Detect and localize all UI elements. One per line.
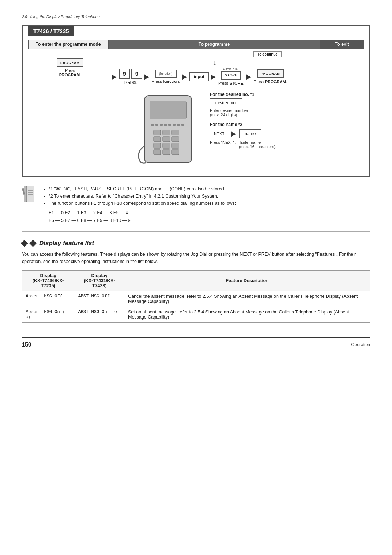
enter-desired-label: Enter desired number (max. 24 digits). bbox=[210, 108, 364, 117]
auto-dial-label: AUTO DIAL bbox=[223, 68, 240, 71]
arrow-1: ▶ bbox=[112, 73, 117, 80]
row2-col1: Absent MSG On (1-9) bbox=[22, 307, 74, 322]
svg-rect-21 bbox=[172, 150, 179, 155]
svg-rect-11 bbox=[163, 130, 170, 135]
name-arrow: ▶ bbox=[231, 130, 236, 137]
section-heading: Display feature list bbox=[22, 240, 370, 247]
nine-nine-step: 9 9 Dial 99. bbox=[119, 69, 142, 85]
svg-rect-20 bbox=[163, 150, 170, 155]
function-top-label: (function) bbox=[159, 72, 173, 76]
row2-col3: Set an absent message. refer to 2.5.4 Sh… bbox=[124, 307, 370, 322]
store-step: AUTO DIAL STORE Press STORE. bbox=[218, 68, 244, 85]
svg-rect-19 bbox=[154, 150, 161, 155]
press-store-label: Press STORE. bbox=[218, 81, 244, 85]
store-button: STORE bbox=[221, 71, 241, 80]
arrow-3: ▶ bbox=[182, 73, 187, 80]
next-box: NEXT bbox=[210, 130, 228, 137]
fn-row-2: F6 — 5 F7 — 6 F8 — 7 F9 — 8 F10 — 9 bbox=[49, 217, 236, 224]
svg-rect-14 bbox=[163, 137, 170, 142]
notes-section: *1 "✱", "#", FLASH, PAUSE, SECRET (INTER… bbox=[22, 185, 370, 225]
notes-text: *1 "✱", "#", FLASH, PAUSE, SECRET (INTER… bbox=[41, 185, 236, 225]
phone-svg bbox=[134, 92, 203, 168]
note-icon bbox=[22, 185, 36, 205]
desired-no-section: For the desired no. *1 desired no. Enter… bbox=[210, 92, 364, 117]
feature-table-header-row: Display (KX-T7436/KX-T7235) Display (KX-… bbox=[22, 270, 370, 291]
press-function-label: Press function. bbox=[152, 79, 180, 84]
continue-down-arrow: ↓ bbox=[213, 59, 364, 66]
svg-rect-12 bbox=[172, 130, 179, 135]
press-program-label: PressPROGRAM. bbox=[59, 68, 81, 77]
page-number: 150 bbox=[22, 341, 32, 348]
main-flow-row: ▶ 9 9 Dial 99. ▶ bbox=[112, 68, 364, 85]
key-nine-2: 9 bbox=[131, 69, 142, 79]
feature-table-body: Absent MSG Off ABST MSG Off Cancel the a… bbox=[22, 291, 370, 322]
arrow-4: ▶ bbox=[211, 73, 216, 80]
section-title: Display feature list bbox=[39, 240, 94, 247]
program-exit-step: PROGRAM Press PROGRAM. bbox=[254, 69, 287, 84]
svg-rect-17 bbox=[163, 143, 170, 148]
right-panel: For the desired no. *1 desired no. Enter… bbox=[210, 92, 364, 169]
diamond-icon-1 bbox=[21, 240, 28, 247]
for-name-label: For the name *2 bbox=[210, 122, 364, 127]
dial-99-label: Dial 99. bbox=[124, 80, 137, 85]
svg-rect-18 bbox=[172, 143, 179, 148]
feature-table-head: Display (KX-T7436/KX-T7235) Display (KX-… bbox=[22, 270, 370, 291]
note-2: *2 To enter characters, Refer to "Charac… bbox=[49, 193, 236, 200]
notes-list: *1 "✱", "#", FLASH, PAUSE, SECRET (INTER… bbox=[49, 185, 236, 207]
flow-area: PROGRAM PressPROGRAM. To continue ↓ bbox=[28, 51, 364, 169]
svg-rect-5 bbox=[164, 124, 167, 126]
row2-col2: ABST MSG On 1-9 bbox=[74, 307, 124, 322]
program-button-2: PROGRAM bbox=[257, 69, 284, 78]
footer-label: Operation bbox=[351, 342, 370, 347]
key-nine-1: 9 bbox=[119, 69, 130, 79]
table-row: Absent MSG On (1-9) ABST MSG On 1-9 Set … bbox=[22, 307, 370, 322]
svg-rect-13 bbox=[154, 137, 161, 142]
flow-left: PROGRAM PressPROGRAM. bbox=[28, 51, 112, 77]
arrow-5: ▶ bbox=[246, 73, 252, 80]
desired-no-box: desired no. bbox=[210, 98, 242, 107]
svg-rect-1 bbox=[150, 101, 186, 119]
row1-col1: Absent MSG Off bbox=[22, 291, 74, 307]
svg-rect-7 bbox=[173, 124, 176, 126]
name-box: name bbox=[239, 129, 261, 138]
col-programme: To programme bbox=[108, 40, 320, 49]
svg-rect-4 bbox=[160, 124, 163, 126]
store-inner-label: STORE bbox=[225, 73, 237, 77]
svg-rect-6 bbox=[168, 124, 171, 126]
svg-rect-16 bbox=[154, 143, 161, 148]
page-header: 2.9 Using the Display Proprietary Teleph… bbox=[22, 15, 370, 19]
feature-description: You can access the following features. T… bbox=[22, 251, 370, 265]
col-exit: To exit bbox=[320, 40, 364, 49]
arrow-2: ▶ bbox=[144, 73, 150, 80]
col1-header: Display (KX-T7436/KX-T7235) bbox=[22, 270, 74, 291]
note-3: The function buttons F1 through F10 corr… bbox=[49, 200, 236, 207]
svg-rect-3 bbox=[155, 124, 158, 126]
function-button: (function) bbox=[155, 70, 177, 78]
program-button-1: PROGRAM bbox=[57, 58, 83, 67]
divider bbox=[22, 231, 370, 232]
page: 2.9 Using the Display Proprietary Teleph… bbox=[0, 0, 392, 370]
svg-rect-15 bbox=[172, 137, 179, 142]
diagram-box: T7436 / T7235 To enter the programme mod… bbox=[22, 25, 370, 177]
col-headers: To enter the programme mode To programme… bbox=[28, 40, 364, 49]
page-footer: 150 Operation bbox=[22, 337, 370, 348]
desired-name-area: For the desired no. *1 desired no. Enter… bbox=[134, 92, 364, 169]
fn-row-1: F1 — 0 F2 — 1 F3 — 2 F4 — 3 F5 — 4 bbox=[49, 209, 236, 217]
col-enter: To enter the programme mode bbox=[28, 40, 108, 49]
feature-table: Display (KX-T7436/KX-T7235) Display (KX-… bbox=[22, 270, 370, 323]
function-step: (function) Press function. bbox=[152, 70, 180, 84]
program-step: PROGRAM PressPROGRAM. bbox=[57, 58, 83, 77]
diagram-title: T7436 / T7235 bbox=[28, 26, 74, 36]
row1-col3: Cancel the absent message. refer to 2.5.… bbox=[124, 291, 370, 307]
svg-rect-9 bbox=[181, 124, 184, 126]
diamond-icon-2 bbox=[29, 240, 37, 247]
input-button: input bbox=[189, 72, 209, 81]
table-row: Absent MSG Off ABST MSG Off Cancel the a… bbox=[22, 291, 370, 307]
name-info: Press "NEXT". Enter name (max. 16 charac… bbox=[210, 140, 364, 149]
input-step: input bbox=[189, 72, 209, 81]
svg-rect-10 bbox=[154, 130, 161, 135]
programme-flow-area: To continue ↓ ▶ 9 9 bbox=[112, 51, 364, 169]
note-1: *1 "✱", "#", FLASH, PAUSE, SECRET (INTER… bbox=[49, 185, 236, 193]
section-label: 2.9 Using the Display Proprietary Teleph… bbox=[22, 15, 100, 19]
col2-header: Display (KX-T7431/KX-T7433) bbox=[74, 270, 124, 291]
